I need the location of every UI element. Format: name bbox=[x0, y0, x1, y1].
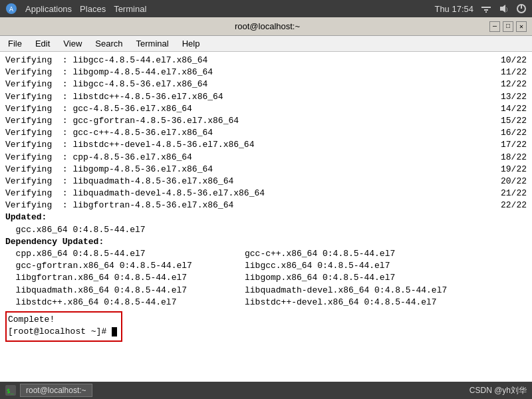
complete-text: Complete! bbox=[8, 314, 117, 326]
terminal-line: Verifying : gcc-c++-4.8.5-36.el7.x86_641… bbox=[5, 127, 527, 139]
terminal-line: Verifying : gcc-gfortran-4.8.5-36.el7.x8… bbox=[5, 115, 527, 127]
updated-label: Updated: bbox=[5, 211, 527, 223]
menu-bar: FileEditViewSearchTerminalHelp bbox=[0, 36, 532, 52]
taskbar-right-text: CSDN @yh刘华 bbox=[469, 386, 527, 395]
applications-menu[interactable]: Applications bbox=[25, 4, 72, 14]
power-icon[interactable] bbox=[516, 3, 527, 14]
title-bar-controls: — □ ✕ bbox=[489, 21, 527, 32]
taskbar-terminal-item[interactable]: root@localhost:~ bbox=[20, 384, 92, 397]
dep-row: libstdc++.x86_64 0:4.8.5-44.el7libstdc++… bbox=[5, 297, 527, 309]
terminal-line: Verifying : gcc-4.8.5-36.el7.x86_6414/22 bbox=[5, 103, 527, 115]
menu-item-help[interactable]: Help bbox=[177, 37, 205, 50]
svg-rect-3 bbox=[484, 9, 488, 11]
menu-item-edit[interactable]: Edit bbox=[30, 37, 55, 50]
minimize-button[interactable]: — bbox=[489, 21, 500, 32]
terminal-line: Verifying : libstdc++-4.8.5-36.el7.x86_6… bbox=[5, 91, 527, 103]
svg-text:$_: $_ bbox=[7, 388, 14, 394]
places-menu[interactable]: Places bbox=[80, 4, 106, 14]
svg-rect-4 bbox=[485, 11, 487, 13]
title-bar: root@localhost:~ — □ ✕ bbox=[0, 17, 532, 36]
terminal-cursor bbox=[112, 327, 117, 336]
svg-rect-2 bbox=[481, 7, 491, 8]
taskbar-item-label: root@localhost:~ bbox=[26, 386, 86, 395]
terminal-content[interactable]: Verifying : libgcc-4.8.5-44.el7.x86_6410… bbox=[0, 52, 532, 399]
terminal-line: Verifying : libquadmath-4.8.5-36.el7.x86… bbox=[5, 176, 527, 188]
taskbar-left: $_ root@localhost:~ bbox=[5, 384, 92, 397]
sound-icon: ) bbox=[499, 4, 509, 13]
terminal-line: Verifying : libgomp-4.8.5-36.el7.x86_641… bbox=[5, 164, 527, 176]
taskbar-terminal-icon: $_ bbox=[5, 385, 16, 396]
terminal-line: Verifying : libstdc++-devel-4.8.5-36.el7… bbox=[5, 139, 527, 151]
dependency-label: Dependency Updated: bbox=[5, 236, 527, 248]
terminal-prompt[interactable]: [root@localhost ~]# bbox=[8, 326, 117, 338]
terminal-menu[interactable]: Terminal bbox=[114, 4, 146, 14]
terminal-window: root@localhost:~ — □ ✕ FileEditViewSearc… bbox=[0, 17, 532, 399]
taskbar-right: CSDN @yh刘华 bbox=[469, 385, 527, 396]
complete-section: Complete![root@localhost ~]# bbox=[5, 311, 122, 342]
menu-item-terminal[interactable]: Terminal bbox=[131, 37, 174, 50]
dep-row: libgfortran.x86_64 0:4.8.5-44.el7libgomp… bbox=[5, 272, 527, 284]
menu-item-view[interactable]: View bbox=[58, 37, 87, 50]
close-button[interactable]: ✕ bbox=[516, 21, 527, 32]
terminal-line: Verifying : cpp-4.8.5-36.el7.x86_6418/22 bbox=[5, 152, 527, 164]
terminal-line: Verifying : libgcc-4.8.5-36.el7.x86_6412… bbox=[5, 78, 527, 90]
system-bar: A Applications Places Terminal Thu 17:54… bbox=[0, 0, 532, 17]
dep-row: cpp.x86_64 0:4.8.5-44.el7gcc-c++.x86_64 … bbox=[5, 248, 527, 260]
title-bar-title: root@localhost:~ bbox=[45, 21, 489, 31]
dep-row: gcc-gfortran.x86_64 0:4.8.5-44.el7libgcc… bbox=[5, 260, 527, 272]
svg-marker-5 bbox=[500, 5, 505, 13]
menu-item-search[interactable]: Search bbox=[90, 37, 128, 50]
menu-item-file[interactable]: File bbox=[3, 37, 27, 50]
system-bar-left: A Applications Places Terminal bbox=[5, 3, 146, 15]
terminal-line: Verifying : libgfortran-4.8.5-36.el7.x86… bbox=[5, 200, 527, 211]
svg-text:A: A bbox=[9, 6, 13, 13]
terminal-line: Verifying : libquadmath-devel-4.8.5-36.e… bbox=[5, 188, 527, 200]
system-bar-right: Thu 17:54 ) bbox=[434, 3, 527, 14]
taskbar: $_ root@localhost:~ CSDN @yh刘华 bbox=[0, 382, 532, 399]
updated-package: gcc.x86_64 0:4.8.5-44.el7 bbox=[5, 224, 527, 236]
svg-text:): ) bbox=[506, 7, 507, 12]
network-icon bbox=[480, 4, 492, 13]
dep-row: libquadmath.x86_64 0:4.8.5-44.el7libquad… bbox=[5, 285, 527, 297]
distro-icon: A bbox=[5, 3, 17, 15]
system-time: Thu 17:54 bbox=[434, 4, 473, 14]
terminal-line: Verifying : libgomp-4.8.5-44.el7.x86_641… bbox=[5, 66, 527, 78]
terminal-line: Verifying : libgcc-4.8.5-44.el7.x86_6410… bbox=[5, 55, 527, 66]
maximize-button[interactable]: □ bbox=[503, 21, 513, 32]
